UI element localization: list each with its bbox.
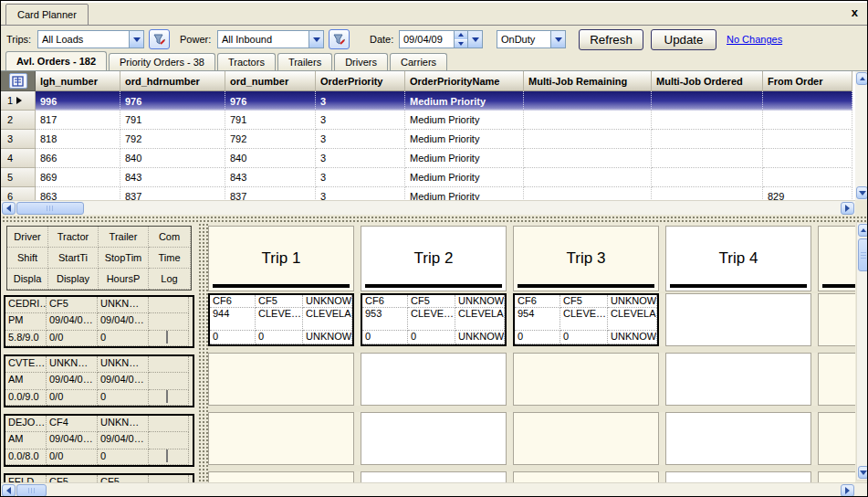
- grid-cell[interactable]: [763, 111, 852, 130]
- field-chooser-icon[interactable]: [9, 73, 27, 89]
- table-row[interactable]: 58698438433Medium Priority: [1, 168, 855, 187]
- vertical-splitter[interactable]: [197, 222, 208, 482]
- scroll-thumb[interactable]: [858, 238, 868, 271]
- column-header-ord-hdrnumber[interactable]: ord_hdrnumber: [120, 71, 225, 91]
- grid-cell[interactable]: 817: [36, 111, 120, 130]
- column-header-from-order[interactable]: From Order: [763, 71, 852, 91]
- grid-cell[interactable]: [524, 187, 652, 200]
- trip-card[interactable]: CF6CF5UNKNOWN944CLEVE…CLEVELA…00UNKNOWN: [208, 293, 354, 346]
- grid-cell[interactable]: 843: [120, 168, 225, 187]
- row-header[interactable]: 6: [1, 187, 36, 200]
- grid-cell[interactable]: [763, 130, 852, 149]
- column-header-orderpriorityname[interactable]: OrderPriorityName: [405, 71, 524, 91]
- table-row[interactable]: 28177917913Medium Priority: [1, 111, 855, 130]
- trip-empty-slot[interactable]: [818, 353, 855, 406]
- horizontal-splitter[interactable]: [1, 215, 867, 222]
- grid-cell[interactable]: [524, 168, 652, 187]
- grid-cell[interactable]: 791: [225, 111, 316, 130]
- grid-cell[interactable]: 863: [36, 187, 120, 200]
- scroll-right-icon[interactable]: [841, 202, 854, 215]
- trip-empty-slot[interactable]: [361, 412, 507, 465]
- power-combo[interactable]: All Inbound: [217, 30, 324, 48]
- chevron-down-icon[interactable]: [550, 31, 565, 48]
- grid-cell[interactable]: 3: [316, 187, 405, 200]
- tab-carriers[interactable]: Carriers: [390, 53, 447, 70]
- grid-cell[interactable]: 829: [763, 187, 852, 200]
- log-checkbox[interactable]: [166, 390, 168, 403]
- trip-empty-slot[interactable]: [818, 293, 855, 346]
- driver-card[interactable]: CVTE…UNKN…UNKN…AM09/04/0…09/04/0…0.0/9.0…: [4, 354, 194, 407]
- no-changes-link[interactable]: No Changes: [727, 34, 782, 45]
- log-checkbox[interactable]: [166, 331, 168, 344]
- grid-cell[interactable]: 837: [225, 187, 316, 200]
- grid-cell[interactable]: [763, 91, 852, 111]
- grid-cell[interactable]: 3: [316, 168, 405, 187]
- grid-cell[interactable]: 840: [120, 149, 225, 168]
- column-header-multi-job-ordered[interactable]: Multi-Job Ordered: [652, 71, 763, 91]
- grid-cell[interactable]: [524, 111, 652, 130]
- table-row[interactable]: 68638378373Medium Priority829: [1, 187, 855, 200]
- trip-empty-slot[interactable]: [818, 412, 855, 465]
- column-header-lgh-number[interactable]: lgh_number: [36, 71, 120, 91]
- column-header-multi-job-remaining[interactable]: Multi-Job Remaining: [524, 71, 652, 91]
- grid-cell[interactable]: 869: [36, 168, 120, 187]
- grid-horizontal-scrollbar[interactable]: [1, 200, 855, 215]
- table-row[interactable]: 19969769763Medium Priority: [1, 91, 855, 111]
- document-tab-card-planner[interactable]: Card Planner: [5, 4, 89, 26]
- grid-cell[interactable]: [524, 149, 652, 168]
- grid-cell[interactable]: [652, 168, 763, 187]
- grid-cell[interactable]: 818: [36, 130, 120, 149]
- grid-cell[interactable]: Medium Priority: [405, 168, 524, 187]
- trip-empty-slot[interactable]: [665, 412, 811, 465]
- spinner-down-icon[interactable]: [455, 40, 467, 48]
- scroll-thumb[interactable]: [16, 202, 84, 215]
- tab-tractors[interactable]: Tractors: [217, 53, 276, 70]
- trip-empty-slot[interactable]: [665, 471, 811, 482]
- planner-horizontal-scrollbar[interactable]: [1, 482, 868, 497]
- refresh-button[interactable]: Refresh: [579, 29, 643, 50]
- grid-cell[interactable]: 840: [225, 149, 316, 168]
- update-button[interactable]: Update: [651, 29, 716, 50]
- grid-cell[interactable]: Medium Priority: [405, 149, 524, 168]
- grid-cell[interactable]: [652, 149, 763, 168]
- duty-combo[interactable]: OnDuty: [497, 30, 566, 48]
- grid-cell[interactable]: [763, 149, 852, 168]
- grid-cell[interactable]: 3: [316, 91, 405, 111]
- log-checkbox[interactable]: [166, 449, 168, 462]
- trip-empty-slot[interactable]: [208, 353, 354, 406]
- grid-cell[interactable]: 3: [316, 130, 405, 149]
- power-filter-button[interactable]: [329, 29, 350, 49]
- grid-cell[interactable]: 791: [120, 111, 225, 130]
- trip-empty-slot[interactable]: [818, 471, 855, 482]
- scroll-up-icon[interactable]: [856, 72, 868, 85]
- spinner-up-icon[interactable]: [455, 31, 467, 40]
- row-header[interactable]: 3: [1, 130, 36, 149]
- column-header-orderpriority[interactable]: OrderPriority: [316, 71, 405, 91]
- grid-cell[interactable]: [652, 111, 763, 130]
- chevron-down-icon[interactable]: [309, 31, 323, 48]
- grid-cell[interactable]: Medium Priority: [405, 111, 524, 130]
- scroll-up-icon[interactable]: [858, 224, 868, 237]
- scroll-down-icon[interactable]: [858, 466, 868, 479]
- trip-empty-slot[interactable]: [513, 412, 659, 465]
- trips-vertical-scrollbar[interactable]: [856, 222, 868, 481]
- grid-cell[interactable]: Medium Priority: [405, 187, 524, 200]
- date-picker[interactable]: 09/04/09: [399, 30, 483, 48]
- grid-cell[interactable]: 866: [36, 149, 120, 168]
- grid-vertical-scrollbar[interactable]: [855, 71, 868, 200]
- grid-cell[interactable]: 3: [316, 111, 405, 130]
- grid-cell[interactable]: Medium Priority: [405, 130, 524, 149]
- column-header-ord-number[interactable]: ord_number: [225, 71, 316, 91]
- grid-cell[interactable]: [524, 130, 652, 149]
- trip-empty-slot[interactable]: [208, 412, 354, 465]
- grid-cell[interactable]: [652, 91, 763, 111]
- trip-empty-slot[interactable]: [665, 293, 811, 346]
- date-spinner[interactable]: [454, 31, 467, 48]
- trip-empty-slot[interactable]: [361, 353, 507, 406]
- table-row[interactable]: 38187927923Medium Priority: [1, 130, 855, 149]
- trip-empty-slot[interactable]: [361, 471, 507, 482]
- trip-empty-slot[interactable]: [665, 353, 811, 406]
- row-header[interactable]: 2: [1, 111, 36, 130]
- trips-combo[interactable]: All Loads: [37, 30, 144, 48]
- row-header[interactable]: 5: [1, 168, 36, 187]
